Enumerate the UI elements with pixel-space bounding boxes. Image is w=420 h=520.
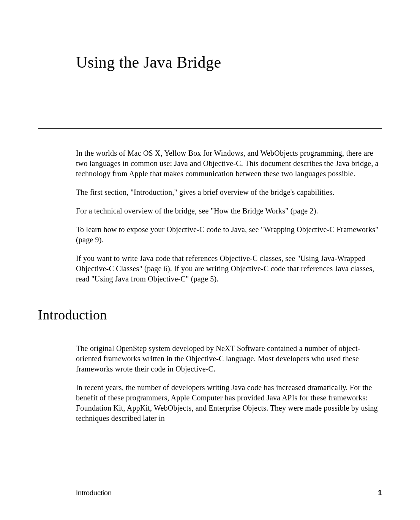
footer-page-number: 1: [378, 488, 382, 497]
document-page: Using the Java Bridge In the worlds of M…: [0, 0, 420, 520]
intro-paragraph: For a technical overview of the bridge, …: [76, 206, 382, 216]
section-body-block: The original OpenStep system developed b…: [76, 343, 382, 424]
chapter-rule: [38, 128, 382, 129]
section-paragraph: In recent years, the number of developer…: [76, 382, 382, 424]
section-heading-introduction: Introduction: [38, 307, 382, 323]
section-paragraph: The original OpenStep system developed b…: [76, 343, 382, 374]
intro-paragraph: If you want to write Java code that refe…: [76, 253, 382, 284]
chapter-title: Using the Java Bridge: [76, 53, 382, 71]
section-rule: [38, 326, 382, 326]
intro-paragraph: In the worlds of Mac OS X, Yellow Box fo…: [76, 148, 382, 179]
footer-section-label: Introduction: [76, 489, 112, 497]
intro-paragraph: The first section, "Introduction," gives…: [76, 187, 382, 198]
page-footer: Introduction 1: [76, 488, 382, 497]
chapter-intro-block: In the worlds of Mac OS X, Yellow Box fo…: [76, 148, 382, 284]
intro-paragraph: To learn how to expose your Objective-C …: [76, 224, 382, 245]
